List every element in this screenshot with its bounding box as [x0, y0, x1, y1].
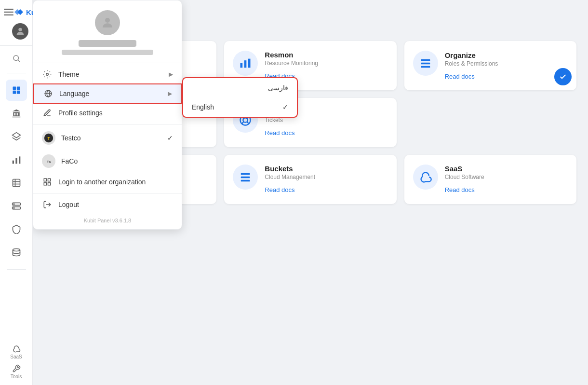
svg-rect-24	[421, 63, 430, 65]
testco-org-item[interactable]: T Testco ✓	[33, 126, 182, 150]
sidebar-item-chart[interactable]	[6, 149, 27, 170]
check-icon	[559, 73, 567, 81]
table-icon	[12, 178, 21, 188]
organize-icon-circle	[413, 51, 438, 76]
sidebar-item-server[interactable]	[6, 195, 27, 217]
sidebar-nav-section	[0, 75, 32, 267]
tools-label: Tools	[11, 374, 22, 379]
farsi-label: فارسی	[268, 84, 288, 92]
sidebar-item-shield[interactable]	[6, 219, 27, 240]
english-option[interactable]: English ✓	[183, 97, 297, 117]
login-org-item[interactable]: Login to another organization	[33, 173, 182, 191]
svg-point-38	[105, 18, 110, 23]
sidebar-item-storage[interactable]	[6, 242, 27, 263]
user-avatar-button[interactable]	[12, 23, 28, 40]
search-icon	[12, 54, 21, 63]
main-area: Home Your favorite pages Kubchi	[33, 0, 588, 385]
profile-icon	[42, 109, 53, 117]
card-buckets: Buckets Cloud Management Read docs	[224, 155, 396, 204]
saas-card-icon	[419, 170, 432, 184]
faco-logo: Fa	[43, 156, 54, 166]
organize-icon	[419, 56, 432, 70]
saas-card-subtitle: Cloud Software	[445, 174, 484, 180]
language-menu-item[interactable]: Language ▶	[33, 83, 182, 104]
theme-icon	[42, 70, 53, 79]
logout-label: Logout	[58, 201, 79, 208]
sidebar-item-table[interactable]	[6, 172, 27, 193]
sidebar-item-saas[interactable]: SaaS	[2, 343, 31, 361]
menu-toggle-button[interactable]	[4, 5, 13, 19]
theme-label: Theme	[58, 70, 80, 78]
dropdown-menu: Theme ▶ Language ▶	[33, 0, 182, 230]
buckets-icon-circle	[233, 165, 258, 190]
empty-cell	[404, 98, 576, 147]
svg-rect-23	[421, 59, 430, 61]
cloud-icon	[12, 344, 21, 353]
svg-text:T: T	[47, 137, 50, 141]
logout-icon	[42, 200, 53, 209]
svg-rect-10	[19, 156, 20, 164]
grid-icon	[12, 85, 21, 95]
farsi-option[interactable]: فارسی	[183, 78, 297, 97]
support-link[interactable]: Read docs	[265, 129, 294, 137]
svg-rect-9	[15, 158, 17, 164]
faco-label: FaCo	[61, 157, 78, 165]
search-button[interactable]	[8, 50, 25, 67]
server-icon	[12, 201, 21, 211]
resmon-subtitle: Resource Monitoring	[265, 60, 318, 67]
card-organize: Organize Roles & Permissions Read docs	[404, 41, 576, 90]
saas-icon-circle	[413, 165, 438, 190]
language-label: Language	[59, 90, 89, 97]
organize-link[interactable]: Read docs	[445, 73, 475, 80]
svg-rect-3	[13, 87, 16, 90]
svg-rect-20	[241, 63, 243, 68]
buckets-subtitle: Cloud Management	[265, 174, 315, 180]
theme-arrow: ▶	[169, 71, 173, 78]
svg-point-0	[18, 28, 22, 31]
layers-icon	[12, 132, 21, 141]
sidebar-item-dashboard[interactable]	[6, 80, 27, 101]
saas-card-title: SaaS	[445, 165, 484, 173]
svg-rect-48	[48, 183, 51, 185]
card-saas: SaaS Cloud Software Read docs	[404, 155, 576, 204]
shield-icon	[12, 224, 21, 234]
svg-rect-11	[13, 179, 20, 187]
sidebar-item-tools[interactable]: Tools	[2, 362, 31, 381]
sidebar-item-bank[interactable]	[6, 103, 27, 124]
dropdown-header	[33, 6, 182, 63]
svg-rect-35	[241, 173, 250, 175]
theme-menu-item[interactable]: Theme ▶	[33, 65, 182, 83]
svg-rect-37	[241, 180, 250, 182]
support-subtitle: Tickets	[265, 117, 294, 124]
svg-rect-36	[241, 177, 250, 179]
svg-rect-46	[48, 179, 51, 181]
login-org-label: Login to another organization	[58, 178, 146, 186]
svg-rect-22	[248, 59, 251, 68]
testco-avatar: T	[42, 131, 55, 145]
svg-rect-25	[421, 66, 430, 68]
svg-rect-47	[44, 183, 46, 185]
organize-title: Organize	[445, 51, 498, 59]
dropdown-name-bar	[79, 40, 136, 47]
dropdown-avatar	[95, 10, 120, 35]
storage-icon	[12, 248, 21, 257]
sidebar-item-layers[interactable]	[6, 126, 27, 147]
svg-point-17	[13, 204, 14, 205]
buckets-title: Buckets	[265, 165, 315, 173]
resmon-title: Resmon	[265, 51, 318, 59]
svg-marker-7	[12, 133, 20, 138]
login-org-icon	[42, 178, 53, 186]
saas-label: SaaS	[10, 354, 22, 359]
testco-label: Testco	[61, 134, 80, 142]
logo-icon	[13, 8, 24, 16]
faco-org-item[interactable]: Fa FaCo	[33, 150, 182, 173]
logout-item[interactable]: Logout	[33, 195, 182, 214]
language-submenu: فارسی English ✓	[182, 77, 298, 118]
svg-point-18	[13, 207, 14, 208]
svg-line-2	[18, 60, 20, 62]
saas-card-link[interactable]: Read docs	[445, 186, 475, 193]
profile-settings-item[interactable]: Profile settings	[33, 104, 182, 122]
english-check-icon: ✓	[282, 103, 288, 111]
buckets-link[interactable]: Read docs	[265, 186, 294, 193]
language-icon	[43, 89, 53, 98]
